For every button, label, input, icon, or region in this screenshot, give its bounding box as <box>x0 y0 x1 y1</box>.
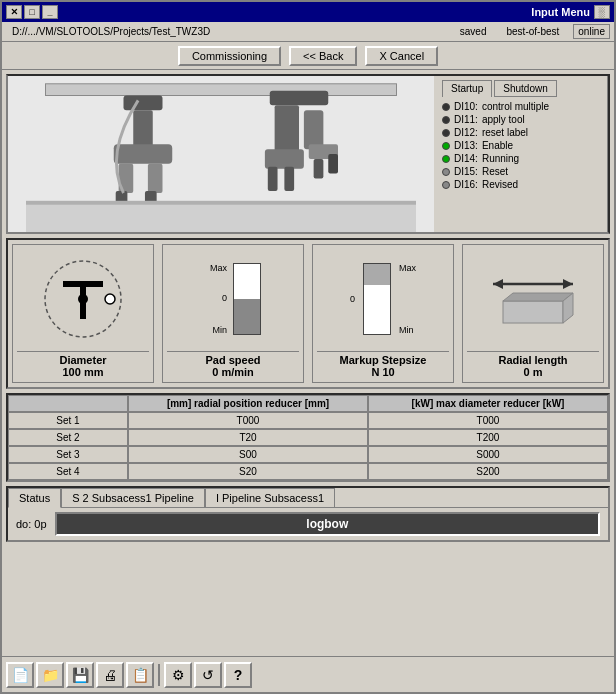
svg-rect-16 <box>314 159 324 179</box>
tab-startup[interactable]: Startup <box>442 80 492 97</box>
row2-label: Set 2 <box>8 429 128 446</box>
toolbar-sep-1 <box>158 664 160 686</box>
refresh-button[interactable]: ↺ <box>194 662 222 688</box>
row4-col1[interactable] <box>128 463 368 480</box>
di12-value: reset label <box>482 127 528 138</box>
menu-bestofbest: best-of-best <box>500 24 565 39</box>
di10-led <box>442 103 450 111</box>
row3-col2[interactable] <box>368 446 608 463</box>
save-icon: 💾 <box>72 667 89 683</box>
diameter-label: Diameter <box>17 351 149 366</box>
minimize-button[interactable]: _ <box>42 5 58 19</box>
tab-processing-2[interactable]: S 2 Subsacess1 Pipeline <box>61 488 205 507</box>
bottom-section: Status S 2 Subsacess1 Pipeline I Pipelin… <box>6 486 610 542</box>
row3-col2-input[interactable] <box>373 449 603 460</box>
save-button[interactable]: 💾 <box>66 662 94 688</box>
folder-button[interactable]: 📁 <box>36 662 64 688</box>
svg-rect-2 <box>124 96 163 111</box>
row4-col1-input[interactable] <box>133 466 363 477</box>
row1-col1-input[interactable] <box>133 415 363 426</box>
dio-tabs: Startup Shutdown <box>442 80 603 97</box>
robot-svg <box>8 76 434 232</box>
di14-led <box>442 155 450 163</box>
di11-label: DI11: <box>454 114 478 125</box>
tab-processing-1[interactable]: I Pipeline Subsacess1 <box>205 488 335 507</box>
di13-led <box>442 142 450 150</box>
print-icon: 🖨 <box>103 667 117 683</box>
row4-col2-input[interactable] <box>373 466 603 477</box>
new-icon: 📄 <box>12 667 29 683</box>
svg-point-24 <box>105 294 115 304</box>
di11-value: apply tool <box>482 114 525 125</box>
svg-rect-10 <box>275 105 299 154</box>
top-section: Startup Shutdown DI10: control multiple … <box>6 74 610 234</box>
radial-length-value: 0 m <box>524 366 543 378</box>
row3-col1[interactable] <box>128 446 368 463</box>
list-item: DI14: Running <box>442 153 603 164</box>
params-section: Diameter 100 mm Max 0 Min <box>6 238 610 389</box>
row2-col2-input[interactable] <box>373 432 603 443</box>
di10-label: DI10: <box>454 101 478 112</box>
svg-rect-19 <box>26 201 416 205</box>
row2-col2[interactable] <box>368 429 608 446</box>
list-item: DI12: reset label <box>442 127 603 138</box>
svg-rect-9 <box>270 91 329 106</box>
speed-zero-label: 0 <box>222 293 227 303</box>
row4-col2[interactable] <box>368 463 608 480</box>
svg-rect-4 <box>114 144 173 164</box>
row1-col2-input[interactable] <box>373 415 603 426</box>
diameter-value: 100 mm <box>63 366 104 378</box>
help-button[interactable]: ? <box>224 662 252 688</box>
svg-point-23 <box>78 294 88 304</box>
di15-label: DI15: <box>454 166 478 177</box>
copy-button[interactable]: 📋 <box>126 662 154 688</box>
new-button[interactable]: 📄 <box>6 662 34 688</box>
row1-col2[interactable] <box>368 412 608 429</box>
table-col2-header: [kW] max diameter reducer [kW] <box>368 395 608 412</box>
svg-rect-6 <box>148 164 163 193</box>
di16-label: DI16: <box>454 179 478 190</box>
mode-label: do: 0p <box>16 518 47 530</box>
back-button[interactable]: << Back <box>289 46 357 66</box>
markup-max-label: Max <box>399 263 416 273</box>
speed-max-label: Max <box>210 263 227 273</box>
list-item: DI13: Enable <box>442 140 603 151</box>
table-header-empty <box>8 395 128 412</box>
row3-col1-input[interactable] <box>133 449 363 460</box>
speed-bar-fill <box>234 299 260 334</box>
menu-online[interactable]: online <box>573 24 610 39</box>
mode-button[interactable]: logbow <box>55 512 600 536</box>
row3-label: Set 3 <box>8 446 128 463</box>
di10-value: control multiple <box>482 101 549 112</box>
svg-rect-14 <box>268 167 278 191</box>
di11-led <box>442 116 450 124</box>
mode-row: do: 0p logbow <box>8 508 608 540</box>
di16-value: Revised <box>482 179 518 190</box>
cancel-button[interactable]: X Cancel <box>365 46 438 66</box>
svg-rect-28 <box>503 301 563 323</box>
list-item: DI10: control multiple <box>442 101 603 112</box>
nav-bar: Commissioning << Back X Cancel <box>2 42 614 70</box>
settings-icon: ⚙ <box>172 667 185 683</box>
print-button[interactable]: 🖨 <box>96 662 124 688</box>
robot-image <box>8 76 434 232</box>
close-button[interactable]: ✕ <box>6 5 22 19</box>
system-menu-icon[interactable]: ░ <box>594 5 610 19</box>
tab-shutdown[interactable]: Shutdown <box>494 80 556 97</box>
row2-col1-input[interactable] <box>133 432 363 443</box>
maximize-button[interactable]: □ <box>24 5 40 19</box>
di14-label: DI14: <box>454 153 478 164</box>
svg-marker-27 <box>563 279 573 289</box>
markup-value: N 10 <box>371 366 394 378</box>
menu-bar: D://.../VM/SLOTOOLS/Projects/Test_TWZ3D … <box>2 22 614 42</box>
settings-button[interactable]: ⚙ <box>164 662 192 688</box>
di12-led <box>442 129 450 137</box>
row2-col1[interactable] <box>128 429 368 446</box>
table-section: [mm] radial position reducer [mm] [kW] m… <box>6 393 610 482</box>
row1-col1[interactable] <box>128 412 368 429</box>
table-col1-header: [mm] radial position reducer [mm] <box>128 395 368 412</box>
commissioning-button[interactable]: Commissioning <box>178 46 281 66</box>
tab-status[interactable]: Status <box>8 488 61 508</box>
svg-marker-26 <box>493 279 503 289</box>
di12-label: DI12: <box>454 127 478 138</box>
